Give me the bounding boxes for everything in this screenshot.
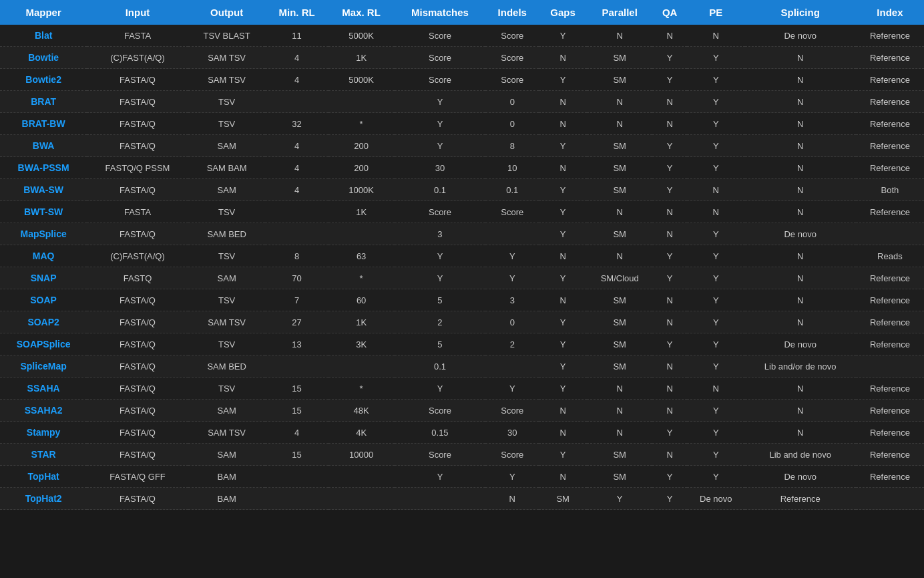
- cell-value: N: [539, 422, 587, 444]
- cell-value: N: [687, 378, 745, 400]
- cell-value: TSV BLAST: [188, 25, 266, 47]
- cell-value: N: [587, 91, 652, 113]
- column-header-min--rl: Min. RL: [265, 0, 328, 25]
- cell-value: [265, 466, 328, 488]
- column-header-output: Output: [188, 0, 266, 25]
- cell-value: SAM TSV: [188, 69, 266, 91]
- mapper-name: BWA-SW: [0, 179, 87, 201]
- cell-value: TSV: [188, 245, 266, 267]
- cell-value: Y: [395, 113, 486, 135]
- cell-value: FASTA/Q: [87, 444, 188, 466]
- cell-value: Reference: [856, 157, 924, 179]
- cell-value: 15: [265, 444, 328, 466]
- cell-value: N: [652, 355, 687, 378]
- cell-value: Y: [652, 245, 687, 267]
- cell-value: SAM: [188, 400, 266, 422]
- cell-value: *: [328, 113, 395, 135]
- mapper-name: SOAP2: [0, 311, 87, 333]
- cell-value: Y: [539, 378, 587, 400]
- column-header-input: Input: [87, 0, 188, 25]
- cell-value: N: [745, 69, 856, 91]
- cell-value: N: [539, 289, 587, 311]
- mapper-name: SNAP: [0, 267, 87, 289]
- cell-value: FASTA/Q: [87, 179, 188, 201]
- table-row: STARFASTA/QSAM1510000ScoreScoreYSMNYLib …: [0, 444, 924, 466]
- cell-value: FASTA/Q: [87, 223, 188, 245]
- cell-value: TSV: [188, 333, 266, 355]
- cell-value: SM: [539, 488, 587, 510]
- cell-value: N: [745, 135, 856, 157]
- mapper-table: MapperInputOutputMin. RLMax. RLMismatche…: [0, 0, 924, 510]
- cell-value: N: [587, 400, 652, 422]
- cell-value: FASTA: [87, 201, 188, 223]
- cell-value: 4: [265, 69, 328, 91]
- cell-value: [856, 488, 924, 510]
- cell-value: 13: [265, 333, 328, 355]
- cell-value: [265, 201, 328, 223]
- mapper-name: Bowtie: [0, 47, 87, 69]
- cell-value: [265, 355, 328, 378]
- cell-value: Y: [539, 444, 587, 466]
- cell-value: 48K: [328, 400, 395, 422]
- column-header-mapper: Mapper: [0, 0, 87, 25]
- cell-value: SAM: [188, 444, 266, 466]
- cell-value: Reference: [856, 25, 924, 47]
- cell-value: *: [328, 267, 395, 289]
- column-header-indels: Indels: [485, 0, 539, 25]
- mapper-name: Bowtie2: [0, 69, 87, 91]
- cell-value: SAM TSV: [188, 47, 266, 69]
- cell-value: Y: [652, 47, 687, 69]
- cell-value: FASTA/Q: [87, 488, 188, 510]
- cell-value: Reference: [856, 289, 924, 311]
- table-row: SOAPSpliceFASTA/QTSV133K52YSMYYDe novoRe…: [0, 333, 924, 355]
- cell-value: N: [539, 245, 587, 267]
- cell-value: FASTA/Q: [87, 422, 188, 444]
- cell-value: Y: [395, 378, 486, 400]
- table-row: BWA-PSSMFASTQ/Q PSSMSAM BAM42003010NSMYY…: [0, 157, 924, 179]
- mapper-name: SOAP: [0, 289, 87, 311]
- cell-value: N: [652, 223, 687, 245]
- cell-value: Y: [539, 267, 587, 289]
- cell-value: N: [652, 113, 687, 135]
- mapper-name: SSAHA2: [0, 400, 87, 422]
- cell-value: Y: [687, 267, 745, 289]
- cell-value: Y: [539, 223, 587, 245]
- cell-value: Reference: [856, 201, 924, 223]
- cell-value: [856, 355, 924, 378]
- cell-value: 0: [485, 91, 539, 113]
- column-header-splicing: Splicing: [745, 0, 856, 25]
- cell-value: Y: [687, 400, 745, 422]
- cell-value: 15: [265, 378, 328, 400]
- mapper-name: Stampy: [0, 422, 87, 444]
- cell-value: N: [745, 289, 856, 311]
- mapper-name: TopHat2: [0, 488, 87, 510]
- cell-value: Reference: [856, 91, 924, 113]
- cell-value: 0.15: [395, 422, 486, 444]
- cell-value: FASTQ/Q PSSM: [87, 157, 188, 179]
- cell-value: Reference: [856, 444, 924, 466]
- cell-value: [485, 355, 539, 378]
- cell-value: 70: [265, 267, 328, 289]
- cell-value: Y: [485, 267, 539, 289]
- cell-value: Y: [687, 135, 745, 157]
- cell-value: 0.1: [395, 355, 486, 378]
- cell-value: SAM TSV: [188, 422, 266, 444]
- cell-value: N: [539, 113, 587, 135]
- cell-value: Reference: [856, 400, 924, 422]
- cell-value: Score: [485, 47, 539, 69]
- cell-value: FASTA/Q: [87, 135, 188, 157]
- cell-value: Y: [485, 378, 539, 400]
- cell-value: Score: [395, 25, 486, 47]
- cell-value: Reference: [856, 422, 924, 444]
- cell-value: 4: [265, 157, 328, 179]
- cell-value: N: [687, 201, 745, 223]
- cell-value: FASTA/Q: [87, 378, 188, 400]
- cell-value: SM: [587, 135, 652, 157]
- cell-value: 200: [328, 135, 395, 157]
- cell-value: FASTA/Q: [87, 311, 188, 333]
- table-row: BWAFASTA/QSAM4200Y8YSMYYNReference: [0, 135, 924, 157]
- cell-value: Reference: [856, 135, 924, 157]
- column-header-max--rl: Max. RL: [328, 0, 395, 25]
- cell-value: Y: [687, 223, 745, 245]
- cell-value: SAM TSV: [188, 311, 266, 333]
